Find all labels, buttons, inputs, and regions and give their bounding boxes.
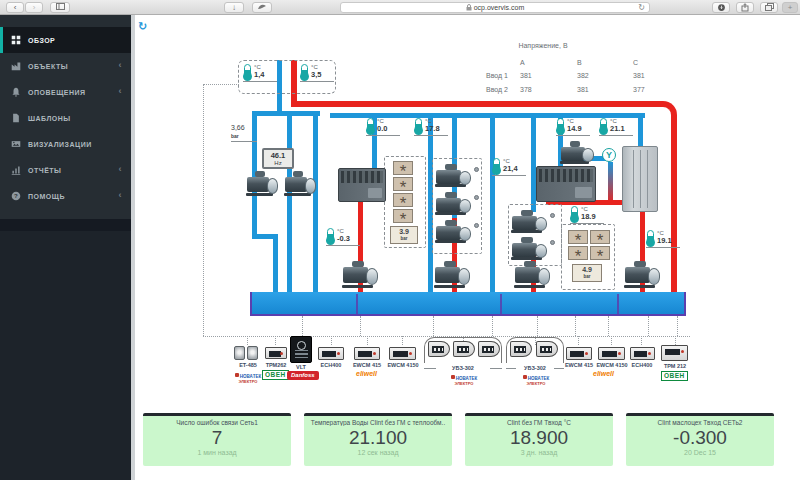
wire-dotted	[677, 316, 678, 336]
wire-dotted	[203, 84, 239, 85]
url-text: ocp.overvis.com	[474, 4, 525, 11]
refresh-icon[interactable]: ↻	[138, 20, 147, 33]
fan-icon	[393, 177, 413, 191]
metric-card[interactable]: Clint без ГМ Твход °С 18.900 3 дн. назад	[465, 413, 613, 466]
owen-logo: ОВЕН	[661, 371, 688, 381]
chevron-left-icon: ‹	[119, 191, 123, 200]
novatek-logo-mark	[235, 373, 239, 377]
address-bar[interactable]: ocp.overvis.com ↻	[340, 2, 650, 13]
bar-chart-icon	[11, 165, 21, 175]
pump	[514, 260, 550, 288]
logo-text: ЭЛЕКТРО	[518, 381, 554, 386]
novatek-logo: НОВАТЕК ЭЛЕКТРО	[446, 372, 482, 386]
share-button[interactable]	[736, 2, 754, 13]
pressure-unit: bar	[231, 132, 245, 140]
tabs-overview-button[interactable]	[760, 2, 778, 13]
pipe-segment	[252, 111, 320, 116]
frequency-unit: Hz	[264, 160, 292, 166]
controller-device	[354, 347, 380, 360]
pump	[342, 260, 378, 288]
new-tab-button[interactable]: +	[782, 2, 798, 13]
sidebar-item-label: ОБЗОР	[28, 37, 55, 44]
voltage-value: 377	[633, 86, 645, 93]
voltage-value: 381	[577, 86, 589, 93]
reload-icon[interactable]: ↻	[638, 3, 645, 13]
pressure-value: 3,66	[231, 124, 245, 131]
novatek-logo-mark	[451, 375, 455, 379]
fan-icon	[568, 230, 588, 244]
temperature-sensor: °C3,5	[300, 64, 334, 82]
wire-dotted	[492, 316, 493, 336]
temperature-sensor: °C17.8	[414, 118, 448, 136]
manifold-divider	[500, 294, 502, 314]
downloads-button[interactable]: ↓	[224, 2, 244, 13]
card-timestamp: 12 сек назад	[304, 449, 452, 456]
sidebar-item-alerts[interactable]: ОПОВЕЩЕНИЯ ‹	[0, 79, 131, 105]
controller-device	[661, 345, 688, 361]
reading-list-button[interactable]	[252, 2, 272, 13]
voltage-value: 381	[633, 72, 645, 79]
sidebar-item-visualizations[interactable]: ВИЗУАЛИЗАЦИИ	[0, 131, 131, 157]
device-label: EWCM 4150	[386, 362, 420, 368]
sidebar-item-objects[interactable]: ОБЪЕКТЫ ‹	[0, 53, 131, 79]
wire-dotted	[247, 336, 248, 345]
thermometer-icon	[301, 64, 308, 79]
browser-toolbar: ‹ › ↓ ocp.overvis.com ↻ +	[0, 0, 800, 15]
sidebar-item-reports[interactable]: ОТЧЁТЫ ‹	[0, 157, 131, 183]
thermometer-icon	[493, 158, 500, 173]
eliwell-logo: eliwell	[593, 370, 614, 377]
pressure-unit: bar	[573, 274, 601, 279]
overvis-app-window: ‹ › ↓ ocp.overvis.com ↻ + ОБЗО	[0, 0, 800, 480]
pump	[624, 260, 660, 288]
frequency-indicator: 46.1 Hz	[262, 148, 294, 169]
sidebar-item-label: ПОМОЩЬ	[28, 193, 65, 200]
danfoss-logo: Danfoss	[287, 371, 319, 380]
sidebar-item-overview[interactable]: ОБЗОР	[0, 27, 131, 53]
temperature-sensor: °C14.9	[556, 118, 590, 136]
pipe-segment	[273, 234, 278, 292]
temperature-sensor: °C19.1	[646, 230, 680, 248]
device-label: EWCM 4150	[595, 362, 629, 368]
fan-icon	[393, 161, 413, 175]
rs485-connector-icon	[247, 346, 258, 360]
thermometer-icon	[244, 64, 251, 79]
metric-card[interactable]: Clint маслоцех Твход СЕТь2 -0.300 20 Dec…	[626, 413, 774, 466]
sidebar-item-label: ВИЗУАЛИЗАЦИИ	[28, 141, 92, 148]
device-label: ECH400	[627, 362, 657, 368]
metric-card[interactable]: Число ошибок связи Сеть1 7 1 мин назад	[143, 413, 291, 466]
pressure-gauge: 4.9 bar	[572, 264, 602, 282]
novatek-logo: НОВАТЕК ЭЛЕКТРО	[518, 372, 554, 386]
temperature-sensor: °C21,4	[492, 158, 526, 176]
sidebar-menu: ОБЗОР ОБЪЕКТЫ ‹ ОПОВЕЩЕНИЯ ‹ ШАБЛОНЫ ВИЗ…	[0, 15, 131, 219]
wire-dotted	[675, 336, 676, 345]
sidebar-item-templates[interactable]: ШАБЛОНЫ	[0, 105, 131, 131]
fan-icon	[590, 246, 610, 260]
forward-button[interactable]: ›	[25, 2, 43, 13]
grid-icon	[11, 35, 21, 45]
metric-card[interactable]: Температура Воды Clint без ГМ с теплообм…	[304, 413, 452, 466]
sidebar-item-label: ОПОВЕЩЕНИЯ	[28, 89, 86, 96]
controller-device	[630, 347, 655, 360]
bracket-dash	[490, 368, 502, 369]
download-progress-button[interactable]	[712, 2, 730, 13]
logo-text: ЭЛЕКТРО	[230, 379, 266, 384]
sidebar-item-help[interactable]: ? ПОМОЩЬ ‹	[0, 183, 131, 209]
pump	[435, 191, 471, 215]
novatek-logo-mark	[523, 375, 527, 379]
temperature-sensor: °C21.1	[599, 118, 633, 136]
wire-dotted	[402, 336, 403, 345]
fan-icon	[393, 193, 413, 207]
temp-value: 3,5	[311, 71, 321, 79]
pressure-value: 3.9	[391, 228, 417, 236]
voltage-value: 382	[577, 72, 589, 79]
sidebar: ОБЗОР ОБЪЕКТЫ ‹ ОПОВЕЩЕНИЯ ‹ ШАБЛОНЫ ВИЗ…	[0, 15, 135, 480]
chiller-unit	[338, 168, 386, 202]
sidebar-toggle-button[interactable]	[50, 2, 70, 13]
temp-value: -0.3	[337, 235, 350, 243]
temperature-sensor: °C-0.3	[326, 228, 360, 246]
temperature-sensor: °C0.0	[366, 118, 400, 136]
back-button[interactable]: ‹	[6, 2, 24, 13]
status-dot	[550, 240, 555, 245]
pump	[511, 209, 547, 233]
temp-value: 17.8	[425, 125, 440, 133]
